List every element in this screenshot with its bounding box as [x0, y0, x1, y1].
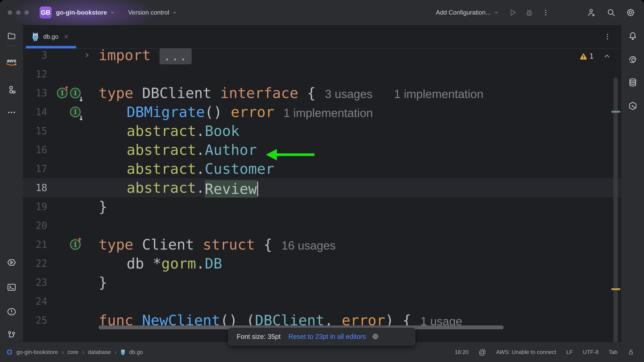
scrollbar-warning-mark	[612, 288, 620, 290]
code-text[interactable]: type Client struct {16 usages	[98, 235, 336, 254]
code-text[interactable]: abstract.Review	[98, 178, 258, 197]
line-number: 3	[23, 48, 47, 65]
gutter-icons: I↑I↓	[53, 85, 81, 102]
code-line-14[interactable]: 14I↓DBMigrate() error1 implementation	[23, 103, 621, 121]
code-editor[interactable]: 3›import...1213I↑I↓type DBClient interfa…	[23, 48, 621, 355]
font-size-label: Font size: 35pt	[237, 333, 280, 340]
inlay-hint[interactable]: 16 usages	[282, 239, 336, 252]
code-token: import	[98, 48, 151, 63]
chevron-down-icon	[494, 10, 499, 15]
close-icon[interactable]: ×	[64, 32, 68, 41]
code-text[interactable]: }	[98, 197, 107, 216]
dependencies-hexagon-icon[interactable]	[621, 97, 644, 114]
selected-identifier[interactable]: Review	[205, 180, 257, 198]
chevron-down-icon	[110, 10, 115, 15]
add-user-icon[interactable]	[586, 7, 597, 18]
vertical-scrollbar[interactable]	[614, 77, 618, 352]
code-text[interactable]: import...	[98, 48, 192, 65]
code-token: }	[98, 274, 107, 291]
encoding-widget[interactable]: UTF-8	[583, 349, 598, 355]
code-line-12[interactable]: 12	[23, 65, 621, 84]
code-text[interactable]: abstract.Book	[98, 121, 240, 140]
git-branch-icon[interactable]	[0, 327, 23, 344]
project-folder-icon[interactable]	[0, 28, 23, 44]
code-token: Author	[205, 141, 257, 158]
project-badge[interactable]: GB	[40, 6, 52, 18]
line-ending-widget[interactable]: LF	[566, 349, 573, 355]
code-line-23[interactable]: 23}	[23, 273, 621, 292]
run-configuration-selector[interactable]: Add Configuration...	[436, 9, 491, 16]
more-ellipsis-icon[interactable]	[0, 104, 23, 121]
code-line-22[interactable]: 22db *gorm.DB	[23, 254, 621, 273]
implemented-by-icon[interactable]: I↓	[70, 85, 81, 101]
inspections-widget[interactable]: 1	[580, 52, 621, 60]
breadcrumb-project[interactable]: go-gin-bookstore	[16, 349, 58, 355]
code-line-15[interactable]: 15abstract.Book	[23, 121, 621, 140]
code-token: Customer	[205, 160, 274, 177]
code-line-3[interactable]: 3›import...	[23, 48, 621, 65]
tab-options-kebab-icon[interactable]	[604, 33, 611, 40]
inlay-hint[interactable]: 1 implementation	[394, 87, 484, 100]
previous-warning-chevron-up-icon[interactable]	[603, 53, 611, 60]
terminal-icon[interactable]	[0, 279, 23, 296]
code-text[interactable]: abstract.Customer	[98, 159, 274, 178]
code-line-16[interactable]: 16abstract.Author	[23, 140, 621, 159]
kebab-menu-icon[interactable]	[540, 7, 551, 18]
code-text[interactable]: abstract.Author	[98, 140, 257, 159]
project-switcher[interactable]: go-gin-bookstore	[56, 9, 107, 16]
tab-db-go[interactable]: db.go ×	[26, 25, 76, 48]
code-line-20[interactable]: 20	[23, 216, 621, 235]
inlay-hint[interactable]: 3 usages	[325, 87, 372, 100]
aws-status-widget[interactable]: AWS: Unable to connect	[496, 349, 556, 355]
code-line-21[interactable]: 21I↑type Client struct {16 usages	[23, 235, 621, 254]
code-token: abstract	[126, 160, 196, 177]
breadcrumb-separator: ›	[82, 349, 84, 356]
implemented-by-icon[interactable]: I↓	[70, 104, 81, 120]
aws-connection-icon[interactable]: @	[479, 348, 486, 356]
indent-widget[interactable]: Tab	[608, 349, 618, 355]
ai-assistant-icon[interactable]	[621, 51, 644, 68]
breadcrumb-database[interactable]: database	[88, 349, 111, 355]
code-text[interactable]: db *gorm.DB	[98, 254, 222, 273]
code-text[interactable]: type DBClient interface {3 usages1 imple…	[98, 84, 484, 103]
folded-import-region[interactable]: ...	[160, 48, 192, 64]
unlock-icon[interactable]	[628, 349, 634, 356]
next-warning-chevron-down-icon[interactable]	[620, 53, 621, 60]
vcs-widget[interactable]: Version control	[128, 9, 169, 16]
implements-interface-icon[interactable]: I↑	[57, 85, 68, 101]
window-zoom-dot[interactable]	[24, 10, 29, 15]
code-text[interactable]: }	[98, 273, 107, 292]
notifications-bell-icon[interactable]	[621, 28, 644, 44]
code-line-19[interactable]: 19}	[23, 197, 621, 216]
search-icon[interactable]	[606, 7, 616, 18]
database-icon[interactable]	[621, 74, 644, 91]
play-icon[interactable]	[508, 7, 518, 18]
code-line-13[interactable]: 13I↑I↓type DBClient interface {3 usages1…	[23, 84, 621, 103]
window-close-dot[interactable]	[8, 10, 12, 15]
aws-icon[interactable]: aws	[0, 54, 23, 70]
settings-gear-icon[interactable]	[625, 7, 636, 18]
code-line-18[interactable]: 18abstract.Review	[23, 178, 621, 197]
code-token: .	[196, 160, 205, 177]
settings-gear-icon[interactable]	[372, 333, 379, 340]
project-module-icon	[6, 349, 13, 355]
line-number: 19	[23, 197, 47, 216]
code-line-17[interactable]: 17abstract.Customer	[23, 159, 621, 178]
gutter-icons: I↓	[53, 104, 81, 121]
inlay-hint[interactable]: 1 implementation	[284, 106, 373, 119]
reset-font-size-link[interactable]: Reset to 23pt in all editors	[288, 333, 366, 340]
code-text[interactable]: DBMigrate() error1 implementation	[98, 103, 373, 121]
code-line-24[interactable]: 24	[23, 292, 621, 311]
svg-text:aws: aws	[7, 58, 16, 63]
problems-icon[interactable]	[0, 303, 23, 320]
warning-triangle-icon	[580, 52, 587, 60]
breadcrumb-core[interactable]: core	[68, 349, 78, 355]
window-controls[interactable]	[8, 10, 29, 15]
window-minimize-dot[interactable]	[16, 10, 20, 15]
implements-interface-icon[interactable]: I↑	[70, 237, 81, 253]
structure-icon[interactable]	[0, 81, 23, 98]
debug-icon[interactable]	[524, 7, 535, 18]
fold-chevron-icon[interactable]: ›	[84, 48, 90, 65]
breadcrumb-file[interactable]: db.go	[129, 349, 143, 355]
run-icon[interactable]	[0, 254, 23, 271]
